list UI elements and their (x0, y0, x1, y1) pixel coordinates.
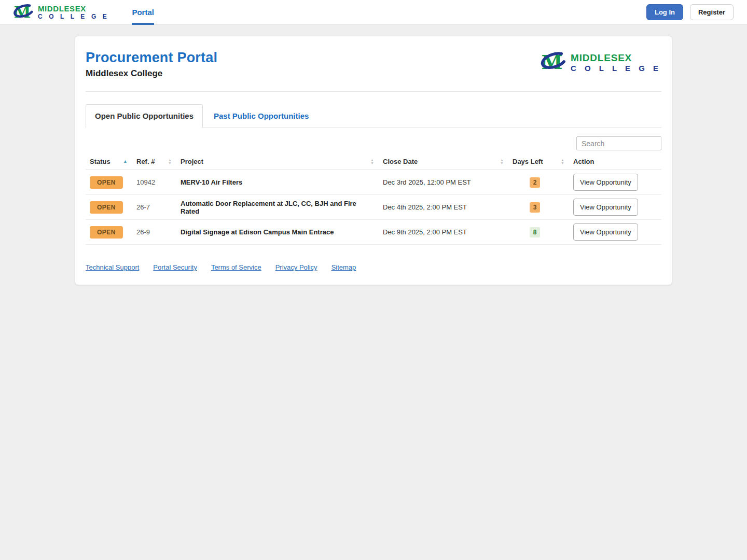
days-left-badge: 3 (530, 202, 540, 213)
days-left-badge: 2 (530, 177, 540, 188)
brand-name-line2: C O L L E G E (38, 13, 109, 20)
mc-monogram-icon: M (537, 50, 567, 75)
sort-icon: ▲▼ (168, 159, 172, 165)
close-date: Dec 9th 2025, 2:00 PM EST (379, 220, 508, 245)
card-title-block: Procurement Portal Middlesex College (86, 50, 217, 79)
brand-name-line2: C O L L E G E (571, 64, 661, 72)
sort-asc-icon: ▲ (123, 159, 128, 164)
column-label: Status (90, 158, 110, 165)
view-opportunity-button[interactable]: View Opportunity (573, 223, 638, 241)
topbar: M MIDDLESEX C O L L E G E Portal Log In … (0, 0, 747, 25)
mc-monogram-icon: M (10, 2, 34, 23)
close-date: Dec 3rd 2025, 12:00 PM EST (379, 170, 508, 195)
column-header-close-date[interactable]: Close Date ▲▼ (379, 153, 508, 170)
days-left-badge: 8 (530, 227, 540, 237)
brand-name-line1: MIDDLESEX (571, 53, 661, 63)
status-badge: OPEN (90, 226, 123, 239)
column-header-project[interactable]: Project ▲▼ (176, 153, 379, 170)
sort-icon: ▲▼ (561, 159, 564, 165)
column-label: Ref. # (136, 158, 155, 165)
sort-icon: ▲▼ (370, 159, 374, 165)
page-subtitle: Middlesex College (86, 68, 217, 79)
tabs: Open Public Opportunities Past Public Op… (86, 104, 661, 128)
page-title: Procurement Portal (86, 50, 217, 66)
view-opportunity-button[interactable]: View Opportunity (573, 174, 638, 191)
header-divider (86, 91, 661, 92)
column-label: Close Date (383, 158, 418, 165)
opportunities-table: Status ▲ Ref. # ▲▼ Project (86, 153, 661, 245)
terms-of-service-link[interactable]: Terms of Service (211, 263, 261, 271)
column-header-status[interactable]: Status ▲ (86, 153, 132, 170)
card-header: Procurement Portal Middlesex College M M… (86, 50, 661, 79)
card-brand-logo: M MIDDLESEX C O L L E G E (537, 50, 661, 75)
column-label: Days Left (513, 158, 543, 165)
table-row: OPEN 26-7 Automatic Door Replacement at … (86, 195, 661, 220)
column-header-action: Action (569, 153, 661, 170)
brand-name-line1: MIDDLESEX (38, 5, 109, 12)
close-date: Dec 4th 2025, 2:00 PM EST (379, 195, 508, 220)
project-name: MERV-10 Air Filters (176, 170, 379, 195)
ref-number: 26-9 (132, 220, 176, 245)
table-row: OPEN 10942 MERV-10 Air Filters Dec 3rd 2… (86, 170, 661, 195)
column-label: Project (181, 158, 203, 165)
column-header-ref[interactable]: Ref. # ▲▼ (132, 153, 176, 170)
sort-icon: ▲▼ (500, 159, 504, 165)
brand-wordmark: MIDDLESEX C O L L E G E (571, 53, 661, 72)
table-row: OPEN 26-9 Digital Signage at Edison Camp… (86, 220, 661, 245)
footer-links: Technical Support Portal Security Terms … (86, 263, 661, 274)
opportunities-tbody: OPEN 10942 MERV-10 Air Filters Dec 3rd 2… (86, 170, 661, 245)
topbar-actions: Log In Register (646, 4, 734, 20)
login-button[interactable]: Log In (646, 4, 683, 20)
search-input[interactable] (576, 136, 661, 150)
column-header-days-left[interactable]: Days Left ▲▼ (508, 153, 569, 170)
technical-support-link[interactable]: Technical Support (86, 263, 139, 271)
active-nav-underline (132, 23, 154, 25)
portal-security-link[interactable]: Portal Security (153, 263, 197, 271)
sitemap-link[interactable]: Sitemap (331, 263, 356, 271)
topbar-nav: Portal (127, 0, 159, 25)
procurement-portal-card: Procurement Portal Middlesex College M M… (75, 36, 672, 285)
nav-portal-label: Portal (132, 8, 154, 17)
tab-open-public-opportunities[interactable]: Open Public Opportunities (86, 104, 203, 128)
privacy-policy-link[interactable]: Privacy Policy (275, 263, 317, 271)
table-header-row: Status ▲ Ref. # ▲▼ Project (86, 153, 661, 170)
ref-number: 10942 (132, 170, 176, 195)
nav-item-portal[interactable]: Portal (127, 0, 159, 25)
ref-number: 26-7 (132, 195, 176, 220)
view-opportunity-button[interactable]: View Opportunity (573, 199, 638, 216)
column-label: Action (573, 158, 594, 165)
register-button[interactable]: Register (690, 4, 734, 20)
project-name: Automatic Door Replacement at JLC, CC, B… (176, 195, 379, 220)
status-badge: OPEN (90, 201, 123, 214)
topbar-brand-logo[interactable]: M MIDDLESEX C O L L E G E (10, 2, 109, 23)
project-name: Digital Signage at Edison Campus Main En… (176, 220, 379, 245)
status-badge: OPEN (90, 176, 123, 189)
tab-past-public-opportunities[interactable]: Past Public Opportunities (204, 104, 318, 128)
brand-wordmark: MIDDLESEX C O L L E G E (38, 5, 109, 20)
search-row (86, 128, 661, 153)
